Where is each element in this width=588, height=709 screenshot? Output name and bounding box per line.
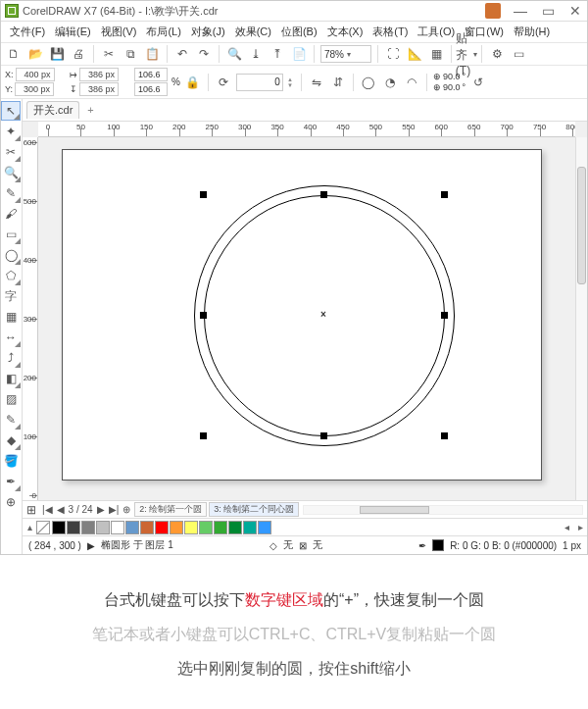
transparency-tool[interactable]: ▨ — [1, 389, 21, 409]
palette-left-button[interactable]: ◂ — [560, 521, 573, 534]
menu-file[interactable]: 文件(F) — [7, 24, 48, 40]
no-color-swatch[interactable] — [36, 521, 50, 534]
width-input[interactable]: 386 px — [79, 68, 119, 81]
options-icon[interactable]: ⚙ — [488, 45, 506, 63]
page-add-button[interactable]: ⊕ — [121, 504, 132, 515]
color-swatch[interactable] — [155, 521, 169, 534]
shape-tool[interactable]: ✦ — [1, 122, 21, 141]
menu-effects[interactable]: 效果(C) — [232, 24, 274, 40]
eyedropper-tool[interactable]: ✎ — [1, 410, 21, 430]
lock-ratio-icon[interactable]: 🔒 — [184, 74, 202, 91]
freehand-tool[interactable]: ✎ — [1, 183, 21, 203]
horizontal-scrollbar[interactable] — [303, 505, 583, 515]
color-swatch[interactable] — [111, 521, 124, 534]
menu-text[interactable]: 文本(X) — [324, 24, 367, 40]
outline-tool[interactable]: ✒ — [1, 472, 21, 491]
angle-start-input[interactable]: 90.0 — [443, 72, 461, 81]
selection-handle-nw[interactable] — [200, 191, 207, 198]
close-button[interactable]: ✕ — [567, 4, 583, 18]
menu-table[interactable]: 表格(T) — [369, 24, 411, 40]
color-swatch[interactable] — [243, 521, 257, 534]
pick-tool[interactable]: ↖ — [1, 101, 21, 121]
table-tool[interactable]: ▦ — [1, 307, 21, 327]
color-swatch[interactable] — [184, 521, 198, 534]
outline-none-icon[interactable]: ◇ — [270, 540, 277, 551]
scale-x-input[interactable]: 106.6 — [134, 68, 168, 81]
publish-pdf-icon[interactable]: 📄 — [290, 45, 308, 63]
selection-handle-ne[interactable] — [441, 191, 448, 198]
pie-icon[interactable]: ◔ — [381, 74, 399, 91]
menu-view[interactable]: 视图(V) — [98, 24, 140, 40]
page-prev-button[interactable]: ◀ — [55, 504, 67, 515]
expand-pages-icon[interactable]: ⊞ — [23, 501, 40, 519]
mirror-vertical-icon[interactable]: ⇵ — [329, 74, 347, 91]
horizontal-scrollbar-thumb[interactable] — [360, 506, 429, 514]
grid-icon[interactable]: ▦ — [427, 45, 445, 63]
zoom-tool[interactable]: 🔍 — [1, 163, 21, 182]
open-icon[interactable]: 📂 — [26, 45, 44, 63]
new-tab-button[interactable]: + — [83, 104, 97, 116]
direction-icon[interactable]: ↺ — [469, 74, 487, 91]
page-tab-2[interactable]: 2: 绘制第一个圆 — [134, 502, 207, 517]
connector-tool[interactable]: ⤴ — [1, 348, 21, 368]
rulers-icon[interactable]: 📐 — [406, 45, 423, 63]
y-input[interactable]: 300 px — [15, 82, 54, 96]
rectangle-tool[interactable]: ▭ — [1, 225, 21, 244]
copy-icon[interactable]: ⧉ — [122, 45, 139, 63]
selection-handle-s[interactable] — [320, 432, 327, 439]
maximize-button[interactable]: ▭ — [540, 4, 556, 18]
save-icon[interactable]: 💾 — [48, 45, 66, 63]
vertical-scrollbar-thumb[interactable] — [577, 167, 586, 284]
arc-icon[interactable]: ◠ — [403, 74, 420, 91]
ellipse-tool[interactable]: ◯ — [1, 245, 21, 265]
angle-end-input[interactable]: 90.0 — [443, 82, 461, 92]
color-swatch[interactable] — [67, 521, 80, 534]
selection-handle-se[interactable] — [441, 432, 448, 439]
color-swatch[interactable] — [214, 521, 227, 534]
height-input[interactable]: 386 px — [79, 82, 119, 96]
menu-layout[interactable]: 布局(L) — [143, 24, 183, 40]
snap-to-button[interactable]: 贴齐(T) — [458, 45, 475, 63]
menu-object[interactable]: 对象(J) — [188, 24, 228, 40]
undo-icon[interactable]: ↶ — [173, 45, 191, 63]
color-swatch[interactable] — [81, 521, 95, 534]
vertical-scrollbar[interactable] — [575, 137, 587, 500]
color-swatch[interactable] — [125, 521, 139, 534]
paste-icon[interactable]: 📋 — [143, 45, 161, 63]
menu-tools[interactable]: 工具(O) — [415, 24, 458, 40]
scale-y-input[interactable]: 106.6 — [134, 82, 168, 96]
minimize-button[interactable]: — — [513, 4, 528, 18]
color-swatch[interactable] — [96, 521, 110, 534]
color-swatch[interactable] — [170, 521, 183, 534]
x-input[interactable]: 400 px — [16, 68, 55, 81]
menu-edit[interactable]: 编辑(E) — [52, 24, 94, 40]
export-icon[interactable]: ⤒ — [269, 45, 286, 63]
zoom-level-input[interactable]: 78% — [320, 45, 371, 63]
launch-icon[interactable]: ▭ — [510, 45, 527, 63]
menu-bitmap[interactable]: 位图(B) — [278, 24, 320, 40]
selection-handle-w[interactable] — [200, 312, 207, 319]
text-tool[interactable]: 字 — [1, 286, 21, 306]
smart-fill-tool[interactable]: 🪣 — [1, 451, 21, 471]
color-swatch[interactable] — [258, 521, 271, 534]
ellipse-icon[interactable]: ◯ — [360, 74, 377, 91]
document-tab[interactable]: 开关.cdr — [26, 101, 79, 119]
interactive-fill-tool[interactable]: ◆ — [1, 430, 21, 450]
page-first-button[interactable]: |◀ — [40, 504, 55, 515]
print-icon[interactable]: 🖨 — [70, 45, 87, 63]
polygon-tool[interactable]: ⬠ — [1, 266, 21, 285]
cut-icon[interactable]: ✂ — [100, 45, 118, 63]
drop-shadow-tool[interactable]: ◧ — [1, 369, 21, 388]
mirror-horizontal-icon[interactable]: ⇋ — [308, 74, 325, 91]
selection-center-marker[interactable]: × — [320, 309, 326, 320]
expand-toolbox-icon[interactable]: ⊕ — [1, 492, 21, 512]
selection-handle-sw[interactable] — [200, 432, 207, 439]
selection-handle-n[interactable] — [320, 191, 327, 198]
outline-color-swatch[interactable] — [432, 539, 444, 551]
menu-help[interactable]: 帮助(H) — [511, 24, 553, 40]
selection-handle-e[interactable] — [441, 312, 448, 319]
page-last-button[interactable]: ▶| — [107, 504, 122, 515]
palette-up-button[interactable]: ▴ — [23, 521, 36, 534]
fullscreen-icon[interactable]: ⛶ — [384, 45, 402, 63]
canvas[interactable]: × — [38, 137, 575, 500]
